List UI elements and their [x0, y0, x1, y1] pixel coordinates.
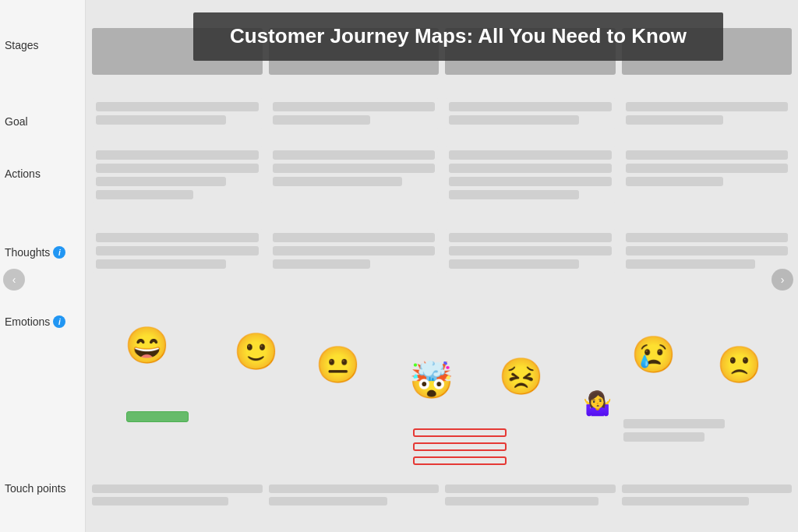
main-container: Stages Goal Actions Thoughts i Emotions …: [0, 0, 798, 532]
actions-cell-4: [622, 146, 793, 203]
label-stages: Stages: [5, 39, 39, 51]
emoji-slightly-happy: 🙂: [234, 333, 278, 369]
green-indicator-bar: [126, 411, 189, 422]
thoughts-info-icon[interactable]: i: [53, 246, 65, 259]
goal-cell-1: [92, 98, 263, 129]
emoji-person: 🤷‍♀️: [583, 389, 612, 417]
emoji-sad-sweat: 😢: [631, 336, 676, 372]
goal-cell-3: [445, 98, 616, 129]
label-thoughts: Thoughts i: [5, 246, 65, 259]
goal-row: [92, 98, 792, 129]
thoughts-cell-2: [269, 229, 440, 273]
label-emotions: Emotions i: [5, 315, 65, 328]
emoji-happy: 😄: [125, 327, 169, 363]
emoji-stressed: 🤯: [409, 362, 454, 398]
red-indicator-bar-3: [413, 456, 507, 465]
tp-cell-2: [269, 484, 440, 506]
label-goal: Goal: [5, 115, 28, 128]
actions-row: [92, 146, 792, 203]
emoji-slightly-sad: 🙁: [717, 347, 761, 382]
goal-cell-4: [622, 98, 793, 129]
label-actions: Actions: [5, 167, 41, 180]
page-title: Customer Journey Maps: All You Need to K…: [193, 12, 723, 61]
grid-area: Customer Journey Maps: All You Need to K…: [86, 0, 798, 532]
emoji-neutral: 😐: [316, 347, 360, 382]
touchpoints-row: [92, 484, 792, 506]
thoughts-cell-4: [622, 229, 793, 273]
emotions-info-icon[interactable]: i: [53, 315, 65, 328]
tp-cell-3: [445, 484, 616, 506]
tp-cell-4: [622, 484, 793, 506]
next-arrow[interactable]: ›: [772, 269, 793, 291]
thoughts-cell-1: [92, 229, 263, 273]
emotions-row: 😄 🙂 😐 🤯 😣 😢 🙁 🤷‍♀️: [86, 304, 798, 483]
prev-arrow[interactable]: ‹: [3, 269, 25, 291]
actions-cell-1: [92, 146, 263, 203]
emotions-content-lines: [623, 419, 725, 442]
actions-cell-2: [269, 146, 440, 203]
label-touchpoints: Touch points: [5, 481, 67, 495]
red-indicator-bar-1: [413, 428, 507, 437]
actions-cell-3: [445, 146, 616, 203]
thoughts-cell-3: [445, 229, 616, 273]
thoughts-row: [92, 229, 792, 273]
tp-cell-1: [92, 484, 263, 506]
sidebar: Stages Goal Actions Thoughts i Emotions …: [0, 0, 86, 532]
goal-cell-2: [269, 98, 440, 129]
red-indicator-bar-2: [413, 442, 507, 451]
emoji-exhausted: 😣: [499, 358, 543, 394]
